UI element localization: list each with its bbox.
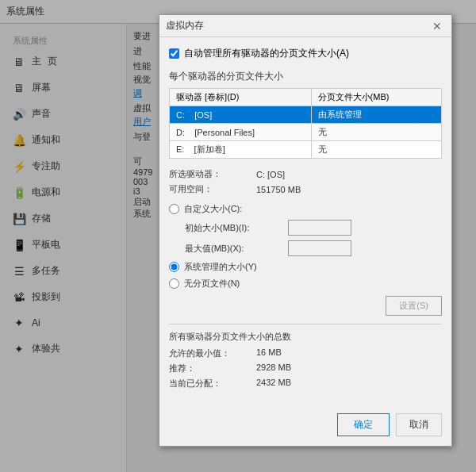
drive-table: 驱动器 [卷标](D) 分页文件大小(MB) C: [OS] 由系统管理 D: … — [169, 88, 442, 159]
recommended-row: 推荐： 2928 MB — [169, 363, 442, 374]
drive-cell-e: E: [新加卷] — [170, 141, 312, 159]
free-space-row: 可用空间： 151750 MB — [169, 183, 442, 195]
min-allowed-label: 允许的最小值： — [169, 347, 256, 359]
currently-allocated-row: 当前已分配： 2432 MB — [169, 378, 442, 389]
close-button[interactable]: ✕ — [429, 18, 445, 34]
custom-size-label[interactable]: 自定义大小(C): — [184, 203, 242, 215]
table-row[interactable]: D: [Personal Files] 无 — [170, 124, 442, 141]
currently-allocated-value: 2432 MB — [256, 378, 291, 389]
system-managed-radio-row: 系统管理的大小(Y) — [169, 261, 442, 273]
initial-size-input[interactable] — [288, 220, 351, 236]
min-allowed-value: 16 MB — [256, 347, 282, 359]
currently-allocated-label: 当前已分配： — [169, 378, 256, 389]
selected-drive-label: 所选驱动器： — [169, 168, 256, 180]
recommended-label: 推荐： — [169, 363, 256, 374]
col-header-size: 分页文件大小(MB) — [311, 89, 441, 106]
custom-size-radio-row: 自定义大小(C): — [169, 203, 442, 215]
total-section: 所有驱动器分页文件大小的总数 允许的最小值： 16 MB 推荐： 2928 MB… — [169, 324, 442, 389]
custom-size-radio[interactable] — [169, 204, 179, 214]
system-managed-radio[interactable] — [169, 262, 179, 272]
max-size-input[interactable] — [288, 240, 351, 256]
selected-drive-info: 所选驱动器： C: [OS] 可用空间： 151750 MB — [169, 168, 442, 195]
table-row[interactable]: E: [新加卷] 无 — [170, 141, 442, 159]
max-size-label: 最大值(MB)(X): — [185, 243, 288, 255]
recommended-value: 2928 MB — [256, 363, 291, 374]
dialog-title: 虚拟内存 — [166, 19, 204, 33]
system-managed-label[interactable]: 系统管理的大小(Y) — [184, 261, 257, 273]
ok-button[interactable]: 确定 — [337, 413, 390, 436]
dialog-footer: 确定 取消 — [159, 407, 451, 446]
section-title: 每个驱动器的分页文件大小 — [169, 70, 442, 83]
auto-manage-checkbox[interactable] — [169, 48, 179, 59]
virtual-memory-dialog: 虚拟内存 ✕ 自动管理所有驱动器的分页文件大小(A) 每个驱动器的分页文件大小 … — [159, 14, 452, 447]
selected-drive-value: C: [OS] — [256, 170, 285, 179]
no-paging-label[interactable]: 无分页文件(N) — [184, 278, 240, 290]
auto-manage-label[interactable]: 自动管理所有驱动器的分页文件大小(A) — [184, 47, 349, 60]
dialog-body: 自动管理所有驱动器的分页文件大小(A) 每个驱动器的分页文件大小 驱动器 [卷标… — [159, 37, 451, 407]
max-size-row: 最大值(MB)(X): — [169, 240, 442, 256]
size-cell-e: 无 — [311, 141, 441, 159]
dialog-titlebar: 虚拟内存 ✕ — [159, 15, 451, 37]
drive-cell-c: C: [OS] — [170, 106, 312, 124]
free-space-value: 151750 MB — [256, 185, 301, 194]
size-cell-d: 无 — [311, 124, 441, 141]
selected-drive-row: 所选驱动器： C: [OS] — [169, 168, 442, 180]
size-cell-c: 由系统管理 — [311, 106, 441, 124]
initial-size-row: 初始大小(MB)(I): — [169, 220, 442, 236]
drive-cell-d: D: [Personal Files] — [170, 124, 312, 141]
free-space-label: 可用空间： — [169, 183, 256, 195]
radio-section: 自定义大小(C): 初始大小(MB)(I): 最大值(MB)(X): 系统管理的… — [169, 203, 442, 290]
settings-button[interactable]: 设置(S) — [386, 296, 442, 316]
no-paging-radio-row: 无分页文件(N) — [169, 278, 442, 290]
auto-manage-row: 自动管理所有驱动器的分页文件大小(A) — [169, 47, 442, 60]
total-section-title: 所有驱动器分页文件大小的总数 — [169, 331, 442, 343]
table-row[interactable]: C: [OS] 由系统管理 — [170, 106, 442, 124]
settings-row: 设置(S) — [169, 296, 442, 316]
min-allowed-row: 允许的最小值： 16 MB — [169, 347, 442, 359]
initial-size-label: 初始大小(MB)(I): — [185, 222, 288, 234]
cancel-button[interactable]: 取消 — [396, 413, 442, 436]
col-header-drive: 驱动器 [卷标](D) — [170, 89, 312, 106]
no-paging-radio[interactable] — [169, 278, 179, 289]
